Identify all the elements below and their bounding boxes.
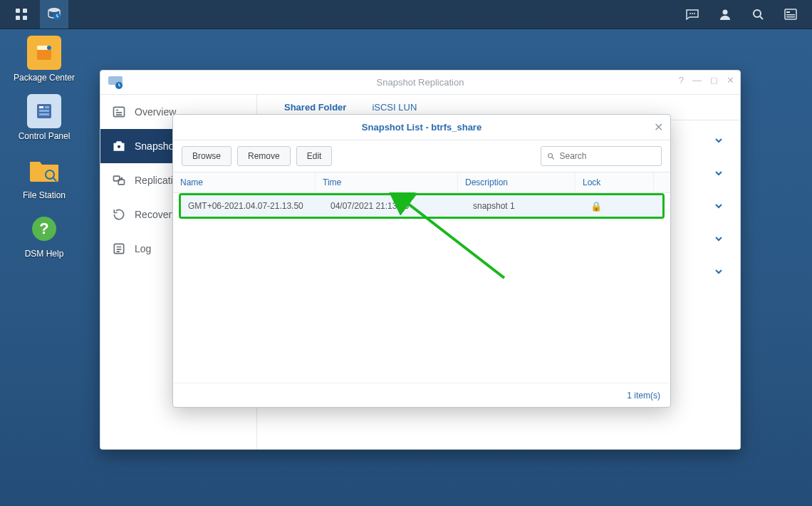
svg-point-10 — [754, 10, 761, 17]
modal-close-button[interactable]: ✕ — [654, 120, 663, 134]
overview-icon — [112, 105, 126, 119]
svg-rect-13 — [786, 14, 795, 16]
accordion-toggle[interactable] — [707, 192, 730, 220]
accordion-toggle[interactable] — [707, 257, 730, 286]
lock-icon: 🔒 — [590, 201, 602, 212]
browse-button[interactable]: Browse — [182, 146, 231, 166]
cell-name: GMT+06-2021.04.07-21.13.50 — [181, 195, 323, 217]
svg-point-29 — [117, 145, 121, 149]
sidebar-item-label: Log — [135, 243, 151, 254]
svg-point-4 — [48, 8, 60, 12]
svg-rect-0 — [16, 9, 20, 13]
svg-text:?: ? — [39, 220, 48, 237]
taskbar-app-backup[interactable] — [40, 0, 68, 29]
svg-rect-20 — [45, 106, 49, 108]
modal-snapshot-list: Snapshot List - btrfs_share ✕ Browse Rem… — [172, 114, 671, 408]
desktop-icon-file-station[interactable]: File Station — [9, 153, 80, 200]
widgets-icon[interactable] — [776, 0, 805, 29]
window-app-icon — [108, 75, 123, 91]
svg-point-8 — [694, 13, 695, 14]
window-help-button[interactable]: ? — [679, 75, 684, 86]
accordion-toggle[interactable] — [707, 224, 730, 253]
svg-rect-2 — [16, 16, 20, 20]
cell-description: snapshot 1 — [466, 195, 583, 217]
modal-title: Snapshot List - btrfs_share — [362, 122, 482, 133]
cell-lock: 🔒 — [583, 195, 662, 217]
table-header: Name Time Description Lock — [173, 172, 670, 193]
svg-rect-22 — [39, 113, 49, 115]
svg-rect-12 — [786, 11, 790, 13]
svg-point-7 — [692, 13, 693, 14]
sidebar-item-label: Overview — [135, 106, 176, 118]
accordion-toggle[interactable] — [707, 159, 730, 187]
search-field[interactable] — [541, 146, 662, 166]
search-icon — [547, 152, 556, 161]
search-icon[interactable] — [744, 0, 772, 29]
col-time[interactable]: Time — [316, 172, 458, 192]
desktop-icon-package-center[interactable]: Package Center — [9, 36, 80, 83]
desktop-icon-label: Control Panel — [19, 131, 71, 141]
svg-rect-1 — [23, 9, 27, 13]
svg-point-17 — [47, 46, 51, 50]
desktop-icon-label: File Station — [23, 190, 66, 200]
log-icon — [112, 242, 126, 256]
notifications-icon[interactable] — [678, 0, 707, 29]
svg-point-9 — [723, 10, 728, 15]
col-description[interactable]: Description — [458, 172, 576, 192]
modal-footer: 1 item(s) — [173, 383, 670, 407]
item-count: 1 item(s) — [627, 391, 660, 401]
desktop: Package Center Control Panel File Statio… — [9, 36, 80, 259]
camera-icon — [112, 139, 126, 153]
window-minimize-button[interactable]: — — [692, 75, 702, 86]
desktop-icon-control-panel[interactable]: Control Panel — [9, 94, 80, 141]
cell-time: 04/07/2021 21:13:50 — [323, 195, 466, 217]
svg-rect-14 — [786, 16, 795, 18]
window-close-button[interactable]: ✕ — [727, 75, 734, 86]
replication-icon — [112, 173, 126, 187]
svg-point-33 — [548, 153, 553, 158]
edit-button[interactable]: Edit — [296, 146, 333, 166]
taskbar — [0, 0, 812, 29]
sidebar-item-label: Recovery — [135, 209, 177, 220]
search-input[interactable] — [560, 151, 656, 161]
table-row[interactable]: GMT+06-2021.04.07-21.13.50 04/07/2021 21… — [181, 195, 662, 217]
desktop-icon-label: DSM Help — [25, 249, 64, 259]
svg-rect-19 — [39, 106, 43, 108]
user-icon[interactable] — [711, 0, 739, 29]
svg-point-6 — [689, 13, 691, 14]
remove-button[interactable]: Remove — [237, 146, 291, 166]
recovery-icon — [112, 207, 126, 222]
highlighted-annotation: GMT+06-2021.04.07-21.13.50 04/07/2021 21… — [179, 193, 665, 219]
desktop-icon-dsm-help[interactable]: ? DSM Help — [9, 212, 80, 259]
window-title: Snapshot Replication — [377, 77, 464, 88]
svg-rect-3 — [23, 16, 27, 20]
col-lock[interactable]: Lock — [576, 172, 654, 192]
svg-rect-21 — [39, 110, 49, 112]
apps-menu-button[interactable] — [7, 0, 36, 29]
col-name[interactable]: Name — [173, 172, 316, 192]
svg-rect-15 — [37, 48, 51, 60]
desktop-icon-label: Package Center — [14, 73, 75, 83]
window-maximize-button[interactable]: ◻ — [710, 75, 718, 86]
accordion-toggle[interactable] — [707, 126, 730, 155]
